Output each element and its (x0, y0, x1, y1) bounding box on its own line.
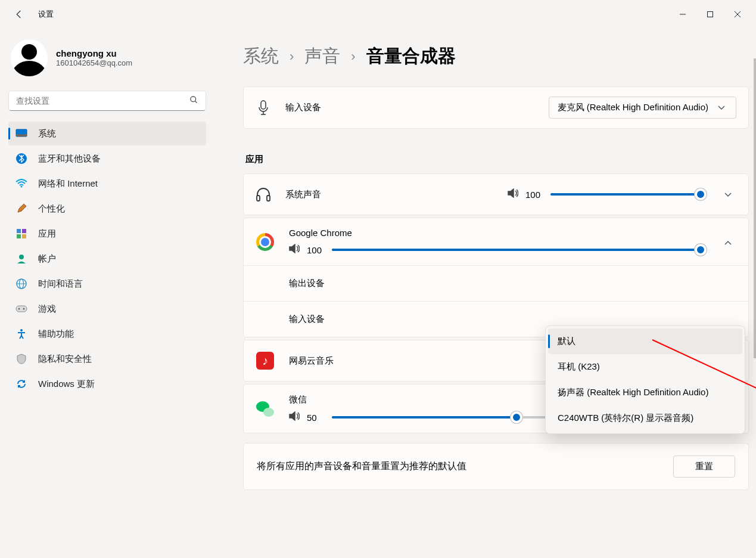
crumb-system[interactable]: 系统 (243, 44, 279, 69)
search-icon (189, 95, 198, 106)
wechat-icon (256, 399, 275, 418)
dropdown-item-speaker[interactable]: 扬声器 (Realtek High Definition Audio) (548, 380, 742, 405)
app-name: 系统声音 (285, 189, 321, 200)
volume-slider[interactable] (332, 249, 701, 251)
collapse-toggle[interactable] (724, 237, 736, 247)
apps-icon (15, 228, 27, 240)
svg-rect-20 (261, 101, 266, 109)
input-device-card: 输入设备 麦克风 (Realtek High Definition Audio) (243, 86, 749, 129)
svg-rect-21 (257, 196, 260, 201)
app-row-system-sounds: 系统声音 100 (243, 173, 749, 215)
svg-rect-5 (16, 134, 27, 137)
reset-card: 将所有应用的声音设备和音量重置为推荐的默认值 重置 (243, 443, 749, 490)
app-title: 设置 (38, 9, 54, 20)
chevron-down-icon (715, 106, 727, 110)
headphones-icon (256, 187, 271, 202)
svg-point-18 (23, 308, 25, 310)
sidebar-item-accounts[interactable]: 帐户 (8, 247, 206, 271)
scrollbar[interactable] (754, 58, 756, 558)
back-button[interactable] (12, 7, 26, 21)
dropdown-item-display-audio[interactable]: C240WTB (英特尔(R) 显示器音频) (548, 405, 742, 431)
svg-rect-11 (22, 234, 26, 238)
wifi-icon (15, 178, 27, 190)
svg-rect-10 (17, 234, 21, 238)
svg-point-2 (191, 97, 196, 102)
profile-email: 1601042654@qq.com (56, 58, 132, 67)
sidebar-item-update[interactable]: Windows 更新 (8, 372, 206, 396)
svg-point-7 (21, 186, 23, 188)
svg-rect-22 (267, 196, 270, 201)
volume-value: 100 (525, 190, 543, 200)
speaker-icon[interactable] (289, 411, 300, 423)
sidebar-item-personalization[interactable]: 个性化 (8, 197, 206, 221)
svg-rect-8 (17, 229, 21, 233)
netease-icon: ♪ (256, 351, 275, 370)
minimize-button[interactable] (669, 5, 696, 24)
apps-section-header: 应用 (243, 131, 749, 173)
crumb-volume-mixer: 音量合成器 (366, 44, 456, 69)
speaker-icon[interactable] (508, 188, 518, 200)
crumb-sound[interactable]: 声音 (304, 44, 340, 69)
app-row-chrome: Google Chrome 100 输出设备 输入设备 (243, 218, 749, 337)
close-button[interactable] (724, 5, 751, 24)
svg-rect-1 (708, 12, 713, 17)
chrome-output-device-row[interactable]: 输出设备 (244, 265, 748, 301)
dropdown-item-headphones[interactable]: 耳机 (K23) (548, 354, 742, 380)
svg-rect-16 (16, 306, 27, 312)
volume-value: 50 (307, 413, 325, 423)
avatar (11, 39, 48, 76)
sidebar-item-system[interactable]: 系统 (8, 122, 206, 145)
svg-point-19 (20, 329, 23, 331)
app-name: Google Chrome (289, 228, 701, 238)
sidebar-item-gaming[interactable]: 游戏 (8, 297, 206, 321)
profile-block[interactable]: chengyong xu 1601042654@qq.com (8, 33, 206, 87)
mic-icon (256, 100, 271, 116)
device-dropdown: 默认 耳机 (K23) 扬声器 (Realtek High Definition… (545, 326, 745, 434)
update-icon (15, 378, 27, 390)
reset-description: 将所有应用的声音设备和音量重置为推荐的默认值 (257, 460, 466, 473)
breadcrumb: 系统 › 声音 › 音量合成器 (243, 29, 749, 86)
chevron-right-icon: › (290, 49, 294, 64)
svg-line-3 (195, 101, 197, 103)
expand-toggle[interactable] (724, 189, 736, 200)
sidebar-item-apps[interactable]: 应用 (8, 222, 206, 246)
person-icon (15, 253, 27, 265)
profile-name: chengyong xu (56, 48, 132, 58)
bluetooth-icon (15, 153, 27, 165)
main-content: 系统 › 声音 › 音量合成器 输入设备 麦克风 (Realtek High D… (214, 29, 756, 558)
svg-point-17 (18, 308, 20, 310)
shield-icon (15, 353, 27, 365)
reset-button[interactable]: 重置 (673, 455, 735, 478)
sidebar-item-network[interactable]: 网络和 Internet (8, 172, 206, 196)
sidebar-item-time-language[interactable]: 时间和语言 (8, 272, 206, 296)
sidebar-item-accessibility[interactable]: 辅助功能 (8, 322, 206, 346)
speaker-icon[interactable] (289, 244, 300, 256)
brush-icon (15, 203, 27, 215)
dropdown-item-default[interactable]: 默认 (548, 328, 742, 354)
volume-value: 100 (307, 245, 325, 255)
sidebar-item-privacy[interactable]: 隐私和安全性 (8, 347, 206, 371)
search-box[interactable] (8, 91, 206, 111)
sidebar: chengyong xu 1601042654@qq.com 系统 蓝牙和其他设… (0, 29, 214, 558)
chrome-icon (256, 232, 275, 252)
system-icon (15, 128, 27, 140)
svg-point-12 (19, 255, 24, 259)
gamepad-icon (15, 303, 27, 315)
accessibility-icon (15, 328, 27, 340)
chevron-right-icon: › (351, 49, 355, 64)
input-device-select[interactable]: 麦克风 (Realtek High Definition Audio) (549, 97, 736, 119)
input-device-label: 输入设备 (285, 102, 321, 113)
sidebar-item-bluetooth[interactable]: 蓝牙和其他设备 (8, 147, 206, 170)
search-input[interactable] (16, 96, 189, 106)
maximize-button[interactable] (696, 5, 724, 24)
titlebar: 设置 (0, 0, 756, 29)
volume-slider[interactable] (550, 193, 701, 196)
globe-icon (15, 278, 27, 290)
app-name: 网易云音乐 (289, 355, 334, 367)
svg-rect-9 (22, 229, 26, 233)
